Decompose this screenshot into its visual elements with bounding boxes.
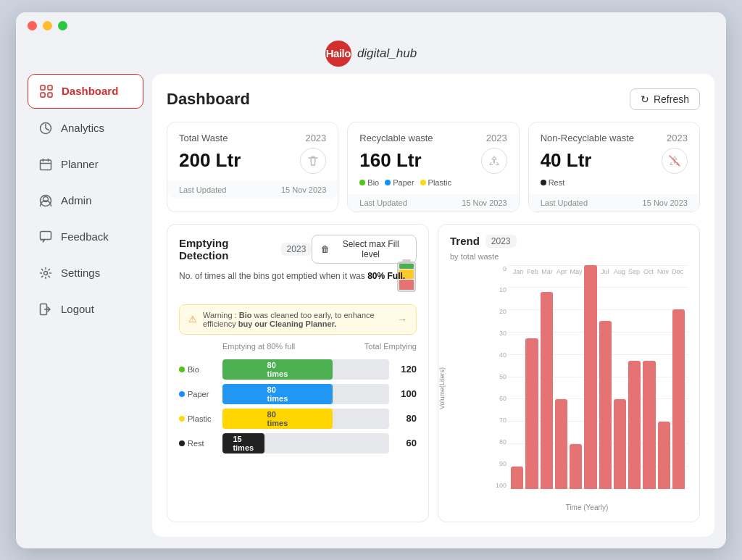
maximize-button[interactable] [58,21,67,30]
sidebar-label-feedback: Feedback [61,230,109,243]
svg-rect-3 [48,93,52,97]
chart-area: Volume(Liters) 100 90 80 70 60 50 40 [450,265,688,511]
sidebar-label-analytics: Analytics [61,122,104,134]
emptying-panel-header: Emptying Detection 2023 🗑 Select max Fil… [179,235,417,264]
emptying-title: Emptying Detection [179,237,275,262]
card-tags-recyclable: Bio Paper Plastic [359,178,507,187]
titlebar [16,12,726,36]
bar-label-plastic: Plastic [179,414,217,423]
bar-col-left-label: Emptying at 80% full [222,342,295,351]
sidebar-item-admin[interactable]: Admin [28,184,143,217]
grid-icon [38,83,54,99]
sidebar-label-admin: Admin [61,194,92,206]
bar-row-paper: Paper 80times 100 [179,384,417,404]
arrow-right-icon[interactable]: → [397,314,407,325]
bar-total-bio: 120 [395,364,417,375]
bar-label-bio: Bio [179,365,217,374]
chart-bar-jun [584,265,596,489]
recycle-icon [481,148,507,174]
svg-rect-14 [399,280,414,290]
non-recyclable-waste-card: Non-Recyclable waste 2023 40 Ltr [528,122,700,212]
plastic-tag: Plastic [420,178,451,187]
card-value-row-recyclable: 160 Ltr [359,148,507,174]
sidebar: Dashboard Analytics [28,74,143,537]
rest-tag: Rest [541,178,565,187]
bio-tag: Bio [359,178,379,187]
sidebar-label-logout: Logout [61,303,94,315]
refresh-button[interactable]: ↻ Refresh [630,88,700,110]
warning-text: Warning : Bio was cleaned too early, to … [203,311,391,328]
svg-line-11 [670,156,680,166]
chart-bar-mar [541,292,553,489]
bottom-row: Emptying Detection 2023 🗑 Select max Fil… [167,224,700,522]
chart-bar-nov [658,422,670,489]
y-axis-title: Volume(Liters) [438,367,446,409]
warning-icon: ⚠ [188,314,197,325]
cards-row: Total Waste 2023 200 Ltr Last Updated [167,122,700,212]
bar-track-plastic: 80times [222,409,389,429]
bar-fill-paper: 80times [222,384,333,404]
last-updated-value-nonrecyclable: 15 Nov 2023 [643,198,688,207]
svg-point-9 [44,271,48,275]
feedback-icon [38,229,54,245]
trend-subtitle: by total waste [450,252,688,261]
emptying-description: No. of times all the bins got emptied wh… [179,271,417,281]
sidebar-label-planner: Planner [61,158,99,170]
sidebar-item-logout[interactable]: Logout [28,293,143,326]
card-value-recyclable: 160 Ltr [359,149,421,172]
svg-rect-8 [41,231,51,239]
bar-total-rest: 60 [395,438,417,448]
sidebar-item-settings[interactable]: Settings [28,256,143,290]
close-button[interactable] [28,21,37,30]
chart-bar-feb [525,338,538,488]
minimize-button[interactable] [43,21,52,30]
card-footer-nonrecyclable: Last Updated 15 Nov 2023 [529,194,699,212]
svg-rect-0 [41,85,45,90]
recyclable-waste-card: Recyclable waste 2023 160 Ltr [347,122,519,212]
card-footer-recyclable: Last Updated 15 Nov 2023 [348,194,518,212]
sidebar-item-analytics[interactable]: Analytics [28,112,143,145]
content-area: Dashboard ↻ Refresh Total Waste 2023 200… [152,74,714,537]
card-year-nonrecyclable: 2023 [667,133,688,143]
content-header: Dashboard ↻ Refresh [167,88,700,110]
card-year-recyclable: 2023 [486,133,507,143]
bar-total-plastic: 80 [395,413,417,424]
trend-panel-header: Trend 2023 [450,235,688,248]
bar-label-rest: Rest [179,439,217,448]
app-header: Hailo digital_hub [16,36,726,74]
trend-panel: Trend 2023 by total waste Volume(Liters)… [438,224,700,522]
refresh-label: Refresh [654,93,689,105]
sidebar-item-planner[interactable]: Planner [28,148,143,181]
emptying-title-group: Emptying Detection 2023 [179,237,312,262]
last-updated-value-total: 15 Nov 2023 [281,185,326,194]
gear-icon [38,265,54,281]
sidebar-item-feedback[interactable]: Feedback [28,220,143,254]
chart-bar-dec [672,309,685,488]
bar-fill-bio: 80times [222,359,333,380]
emptying-year-badge: 2023 [281,243,312,256]
bar-total-paper: 100 [395,388,417,399]
card-header-nonrecyclable: Non-Recyclable waste 2023 [541,133,688,143]
logout-icon [38,301,54,317]
trend-title-group: Trend 2023 [450,235,517,248]
last-updated-label-recyclable: Last Updated [359,198,407,207]
svg-rect-16 [399,264,414,269]
chart-icon [38,120,54,136]
admin-icon [38,193,54,209]
warning-box: ⚠ Warning : Bio was cleaned too early, t… [179,304,417,335]
card-header-total: Total Waste 2023 [179,133,326,143]
chart-bar-apr [555,399,567,489]
x-axis-title: Time (Yearly) [486,503,688,511]
bar-col-right-label: Total Emptying [364,342,417,351]
main-area: Dashboard Analytics [16,74,726,548]
sidebar-item-dashboard[interactable]: Dashboard [28,74,143,109]
bar-row-bio: Bio 80times 120 [179,359,417,380]
svg-rect-1 [48,85,52,90]
chart-wrapper: Volume(Liters) 100 90 80 70 60 50 40 [450,265,688,511]
y-axis: 100 90 80 70 60 50 40 30 20 10 [486,265,507,502]
svg-rect-5 [41,160,51,170]
page-title: Dashboard [167,90,250,109]
total-waste-card: Total Waste 2023 200 Ltr Last Updated [167,122,338,212]
trash-icon [300,148,326,174]
card-footer-total: Last Updated 15 Nov 2023 [167,181,338,198]
